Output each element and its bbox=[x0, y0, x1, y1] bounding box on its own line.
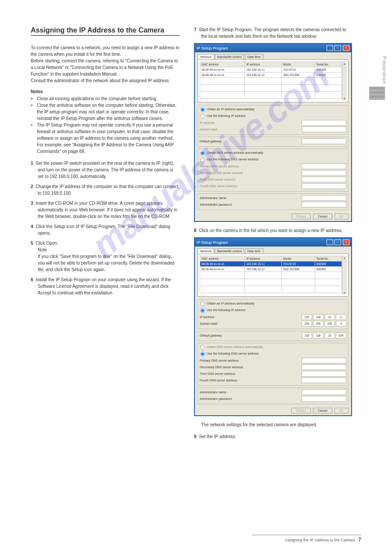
step-7: 7 Start the IP Setup Program. The progra… bbox=[194, 26, 352, 40]
dns4-input[interactable] bbox=[302, 377, 346, 383]
tab-datetime[interactable]: Date time bbox=[245, 54, 263, 59]
camera-list-table[interactable]: MAC addressIP addressModelSerial No. 08-… bbox=[200, 256, 342, 293]
step-5: 5 Click Open. Note If you click "Save th… bbox=[31, 240, 180, 273]
step-1: 1 Set the power-IP switch provided on th… bbox=[31, 160, 180, 180]
radio-static-dns[interactable]: Use the following DNS server address bbox=[200, 157, 346, 163]
step-3: 3 Insert the CD-ROM in your CD-ROM drive… bbox=[31, 200, 180, 220]
ip-input[interactable]: 1921681011 bbox=[302, 314, 346, 320]
dns2-input[interactable] bbox=[302, 364, 346, 370]
label-gateway: Default gateway bbox=[200, 140, 222, 143]
label-password: Administrator password bbox=[200, 203, 232, 206]
label-password: Administrator password bbox=[200, 397, 232, 400]
label-dns3: Third DNS server address bbox=[200, 178, 235, 181]
step-6: 6 Install the IP Setup Program on your c… bbox=[31, 276, 180, 296]
password-input[interactable] bbox=[302, 396, 346, 402]
page-heading: Assigning the IP Address to the Camera bbox=[31, 26, 180, 34]
step-2: 2 Change the IP address of the computer … bbox=[31, 183, 180, 196]
ip-setup-dialog-2: IP Setup Program _ □ × Network Bandwidth… bbox=[194, 237, 352, 416]
ok-button[interactable]: OK bbox=[334, 408, 349, 414]
table-row[interactable]: 08-00-46-xx-xx-xx192.168.10.12SNC-RZ30N0… bbox=[200, 267, 342, 272]
note-item: Close the antivirus software on the comp… bbox=[37, 102, 180, 122]
dns2-input[interactable] bbox=[302, 170, 346, 176]
scrollbar[interactable]: ▴▾ bbox=[342, 62, 346, 100]
scrollbar[interactable]: ▴▾ bbox=[342, 256, 346, 294]
window-title: IP Setup Program bbox=[197, 46, 228, 51]
gateway-input[interactable] bbox=[302, 138, 346, 144]
ok-button[interactable]: OK bbox=[334, 214, 349, 219]
label-dns1: Primary DNS server address bbox=[200, 359, 239, 362]
step-4: 4 Click the Setup icon of IP Setup Progr… bbox=[31, 223, 180, 236]
page-footer: Assigning the IP Address to the Camera 7 bbox=[252, 535, 361, 543]
ip-setup-dialog-1: IP Setup Program _ □ × Network Bandwidth… bbox=[194, 43, 352, 222]
notes-heading: Notes bbox=[31, 89, 180, 94]
label-admin: Administrator name bbox=[200, 391, 227, 394]
minimize-icon[interactable]: _ bbox=[327, 239, 333, 245]
admin-input[interactable] bbox=[302, 389, 346, 395]
radio-auto-ip[interactable]: Obtain an IP address automatically bbox=[200, 301, 346, 307]
ip-input[interactable] bbox=[302, 120, 346, 126]
label-ip: IP address bbox=[200, 121, 214, 124]
table-row[interactable]: 08-00-46-xx-xx-xx192.168.10.12SNC-RZ30N0… bbox=[200, 73, 342, 78]
radio-static-dns[interactable]: Use the following DNS server address bbox=[200, 351, 346, 357]
password-input[interactable] bbox=[302, 202, 346, 207]
heading-rule bbox=[31, 35, 180, 36]
reload-button[interactable]: Reload bbox=[291, 214, 311, 219]
label-gateway: Default gateway bbox=[200, 334, 222, 337]
minimize-icon[interactable]: _ bbox=[327, 45, 333, 51]
window-title: IP Setup Program bbox=[197, 240, 228, 245]
tab-network[interactable]: Network bbox=[198, 248, 214, 254]
dns3-input[interactable] bbox=[302, 371, 346, 377]
label-dns3: Third DNS server address bbox=[200, 372, 235, 375]
table-row[interactable]: 08-00-46-xx-xx-xx192.168.10.11XIS-NT1000… bbox=[200, 67, 342, 73]
tab-datetime[interactable]: Date time bbox=[245, 248, 263, 254]
label-mask: Subnet mask bbox=[200, 322, 218, 325]
radio-auto-ip[interactable]: Obtain an IP address automatically bbox=[200, 107, 346, 112]
label-dns2: Secondary DNS server address bbox=[200, 171, 243, 174]
titlebar[interactable]: IP Setup Program _ □ × bbox=[195, 238, 351, 247]
table-row[interactable]: 08-00-46-xx-xx-xx192.168.10.11XIS-NT1000… bbox=[200, 261, 342, 267]
dns4-input[interactable] bbox=[302, 183, 346, 189]
side-stripes bbox=[369, 87, 385, 100]
tab-bandwidth[interactable]: Bandwidth control bbox=[215, 248, 245, 254]
label-dns4: Fourth DNS server address bbox=[200, 379, 237, 382]
step-8: 8 Click on the camera in the list which … bbox=[194, 227, 352, 234]
radio-static-ip[interactable]: Use the following IP address bbox=[200, 308, 346, 313]
label-admin: Administrator name bbox=[200, 196, 227, 200]
radio-auto-dns[interactable]: Obtain DNS server address automatically bbox=[200, 345, 346, 350]
close-icon[interactable]: × bbox=[343, 239, 349, 245]
maximize-icon[interactable]: □ bbox=[334, 239, 341, 245]
reload-button[interactable]: Reload bbox=[291, 408, 311, 414]
label-dns1: Primary DNS server address bbox=[200, 165, 239, 168]
tab-bandwidth[interactable]: Bandwidth control bbox=[215, 54, 245, 59]
step-8-note: The network settings for the selected ca… bbox=[194, 421, 352, 428]
label-ip: IP address bbox=[200, 316, 214, 319]
camera-list-table[interactable]: MAC addressIP addressModelSerial No. 08-… bbox=[200, 62, 342, 99]
cancel-button[interactable]: Cancel bbox=[313, 408, 332, 414]
note-item: Close all running applications on the co… bbox=[37, 95, 180, 102]
admin-input[interactable] bbox=[302, 195, 346, 201]
tab-network[interactable]: Network bbox=[198, 54, 214, 59]
dns3-input[interactable] bbox=[302, 177, 346, 182]
label-dns4: Fourth DNS server address bbox=[200, 185, 237, 188]
gateway-input[interactable]: 19216810254 bbox=[302, 333, 346, 338]
intro-text: To connect the camera to a network, you … bbox=[31, 44, 180, 84]
label-dns2: Secondary DNS server address bbox=[200, 366, 243, 369]
mask-input[interactable] bbox=[302, 127, 346, 132]
side-label: Preparation bbox=[382, 56, 387, 84]
radio-auto-dns[interactable]: Obtain DNS server address automatically bbox=[200, 150, 346, 156]
mask-input[interactable]: 2552552550 bbox=[302, 321, 346, 326]
dns1-input[interactable] bbox=[302, 358, 346, 363]
cancel-button[interactable]: Cancel bbox=[313, 214, 332, 219]
close-icon[interactable]: × bbox=[343, 45, 349, 51]
label-mask: Subnet mask bbox=[200, 128, 218, 131]
dns1-input[interactable] bbox=[302, 163, 346, 169]
maximize-icon[interactable]: □ bbox=[334, 45, 341, 51]
titlebar[interactable]: IP Setup Program _ □ × bbox=[195, 44, 351, 52]
note-item: The IP Setup Program may not operate cor… bbox=[37, 122, 180, 155]
step-9: 9 Set the IP address. bbox=[194, 433, 352, 440]
radio-static-ip[interactable]: Use the following IP address bbox=[200, 113, 346, 119]
